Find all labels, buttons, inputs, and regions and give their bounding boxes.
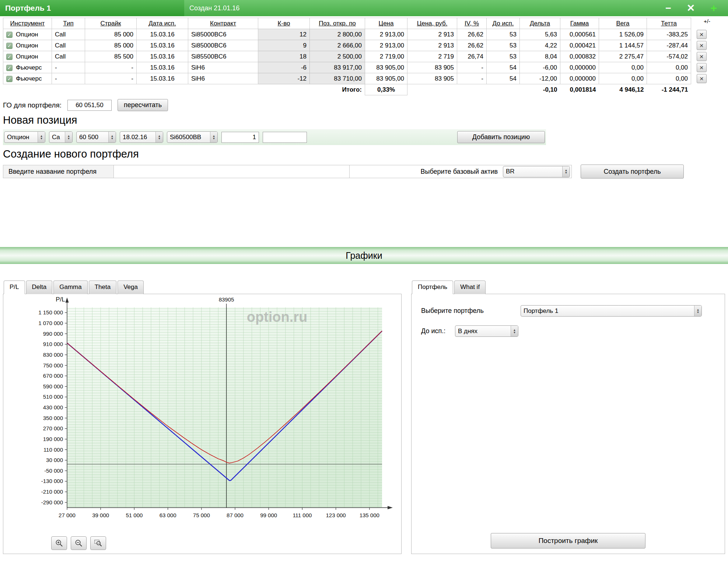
cell-gamma: 0,000561 bbox=[560, 29, 599, 40]
svg-text:83905: 83905 bbox=[219, 296, 234, 303]
cell-type: Call bbox=[52, 51, 85, 62]
totals-label: Итого: bbox=[3, 84, 365, 95]
chevron-up-down-icon: ▲▼ bbox=[155, 132, 163, 142]
days-mode-select[interactable]: В днях ▲▼ bbox=[455, 325, 518, 337]
totals-gamma: 0,001814 bbox=[560, 84, 599, 95]
tab-portfolio[interactable]: Портфель bbox=[412, 281, 453, 294]
cell-days: 53 bbox=[487, 40, 520, 51]
cell-iv: - bbox=[457, 73, 487, 84]
cell-open[interactable]: 2 800,00 bbox=[310, 29, 365, 40]
svg-text:option.ru: option.ru bbox=[247, 309, 308, 325]
cell-expdate: 15.03.16 bbox=[137, 62, 188, 73]
row-checkbox[interactable]: ✓ bbox=[6, 43, 13, 49]
contract-select[interactable]: Si60500BB ▲▼ bbox=[167, 131, 218, 143]
tab-vega[interactable]: Vega bbox=[118, 281, 144, 294]
cell-iv: 26,62 bbox=[457, 29, 487, 40]
col-header-qty[interactable]: К-во bbox=[258, 18, 310, 29]
col-header-plusminus: +/- bbox=[691, 18, 712, 29]
price-input[interactable] bbox=[263, 132, 307, 143]
expiration-date-select[interactable]: 18.02.16 ▲▼ bbox=[120, 131, 163, 143]
svg-text:30 000: 30 000 bbox=[46, 457, 63, 463]
go-label: ГО для портфеля: bbox=[3, 101, 62, 109]
svg-text:430 000: 430 000 bbox=[43, 404, 63, 410]
base-asset-select[interactable]: BR ▲▼ bbox=[503, 166, 570, 177]
totals-price-pct: 0,33% bbox=[365, 84, 407, 95]
col-header-expdate[interactable]: Дата исп. bbox=[137, 18, 188, 29]
svg-text:830 000: 830 000 bbox=[43, 352, 63, 358]
tab-pl[interactable]: P/L bbox=[4, 281, 25, 294]
go-value-input[interactable] bbox=[67, 100, 112, 111]
totals-theta: -1 244,71 bbox=[647, 84, 691, 95]
quantity-input[interactable] bbox=[221, 132, 259, 143]
col-header-days[interactable]: До исп. bbox=[487, 18, 520, 29]
row-checkbox[interactable]: ✓ bbox=[6, 65, 13, 71]
cell-qty[interactable]: 9 bbox=[258, 40, 310, 51]
svg-text:27 000: 27 000 bbox=[59, 512, 76, 518]
cell-open[interactable]: 83 710,00 bbox=[310, 73, 365, 84]
cell-price-rub: 83 905 bbox=[407, 62, 457, 73]
tab-delta[interactable]: Delta bbox=[26, 281, 53, 294]
svg-text:-210 000: -210 000 bbox=[41, 488, 63, 495]
cell-price: 2 913,00 bbox=[365, 29, 407, 40]
recalculate-button[interactable]: пересчитать bbox=[118, 99, 168, 111]
delete-position-button[interactable]: ✕ bbox=[697, 52, 707, 61]
row-checkbox[interactable]: ✓ bbox=[6, 32, 13, 38]
delete-position-button[interactable]: ✕ bbox=[697, 41, 707, 50]
portfolio-name-input[interactable] bbox=[114, 165, 350, 178]
col-header-contract[interactable]: Контракт bbox=[188, 18, 258, 29]
col-header-gamma[interactable]: Гамма bbox=[560, 18, 599, 29]
cell-iv: 26,74 bbox=[457, 51, 487, 62]
delete-position-button[interactable]: ✕ bbox=[697, 63, 707, 72]
cell-contract: Si85000BC6 bbox=[188, 29, 258, 40]
col-header-type[interactable]: Тип bbox=[52, 18, 85, 29]
minimize-icon[interactable]: − bbox=[663, 3, 673, 14]
col-header-price[interactable]: Цена bbox=[365, 18, 407, 29]
cell-qty[interactable]: -6 bbox=[258, 62, 310, 73]
col-header-delta[interactable]: Дельта bbox=[520, 18, 560, 29]
add-portfolio-icon[interactable]: + bbox=[708, 2, 719, 14]
position-type-select[interactable]: Опцион ▲▼ bbox=[4, 131, 45, 143]
cell-qty[interactable]: -12 bbox=[258, 73, 310, 84]
portfolio-select[interactable]: Портфель 1 ▲▼ bbox=[521, 305, 702, 317]
row-checkbox[interactable]: ✓ bbox=[6, 54, 13, 60]
tab-theta[interactable]: Theta bbox=[89, 281, 116, 294]
col-header-instrument[interactable]: Инструмент bbox=[3, 18, 52, 29]
cell-instrument: Фьючерс bbox=[16, 64, 42, 71]
zoom-in-icon[interactable] bbox=[51, 536, 67, 550]
col-header-strike[interactable]: Страйк bbox=[85, 18, 137, 29]
col-header-open[interactable]: Поз. откр. по bbox=[310, 18, 365, 29]
zoom-out-icon[interactable] bbox=[71, 536, 87, 550]
cell-qty[interactable]: 12 bbox=[258, 29, 310, 40]
positions-table: Инструмент Тип Страйк Дата исп. Контракт… bbox=[3, 18, 712, 95]
totals-delta: -0,10 bbox=[520, 84, 560, 95]
cell-qty[interactable]: 18 bbox=[258, 51, 310, 62]
col-header-price-rub[interactable]: Цена, руб. bbox=[407, 18, 457, 29]
col-header-iv[interactable]: IV, % bbox=[457, 18, 487, 29]
cell-open[interactable]: 2 666,00 bbox=[310, 40, 365, 51]
row-checkbox[interactable]: ✓ bbox=[6, 76, 13, 82]
add-position-button[interactable]: Добавить позицию bbox=[457, 131, 545, 143]
close-icon[interactable]: ✕ bbox=[685, 3, 697, 14]
tab-gamma[interactable]: Gamma bbox=[53, 281, 87, 294]
strike-select[interactable]: 60 500 ▲▼ bbox=[76, 131, 116, 143]
zoom-window-icon[interactable] bbox=[90, 536, 106, 550]
option-kind-select[interactable]: Ca ▲▼ bbox=[49, 131, 73, 143]
delete-position-button[interactable]: ✕ bbox=[697, 74, 707, 83]
svg-text:111 000: 111 000 bbox=[293, 512, 312, 518]
svg-text:-50 000: -50 000 bbox=[44, 468, 63, 474]
delete-position-button[interactable]: ✕ bbox=[697, 30, 707, 39]
cell-type: Call bbox=[52, 40, 85, 51]
cell-vega: 2 275,47 bbox=[599, 51, 647, 62]
cell-instrument: Опцион bbox=[16, 31, 38, 38]
tab-what-if[interactable]: What if bbox=[454, 281, 486, 294]
new-position-title: Новая позиция bbox=[3, 114, 725, 126]
create-portfolio-button[interactable]: Создать портфель bbox=[581, 165, 684, 179]
cell-type: Call bbox=[52, 29, 85, 40]
build-chart-button[interactable]: Построить график bbox=[491, 533, 645, 548]
svg-text:590 000: 590 000 bbox=[43, 383, 63, 389]
col-header-vega[interactable]: Вега bbox=[599, 18, 647, 29]
col-header-theta[interactable]: Тетта bbox=[647, 18, 691, 29]
svg-text:51 000: 51 000 bbox=[126, 512, 143, 518]
cell-open[interactable]: 83 917,00 bbox=[310, 62, 365, 73]
cell-open[interactable]: 2 500,00 bbox=[310, 51, 365, 62]
